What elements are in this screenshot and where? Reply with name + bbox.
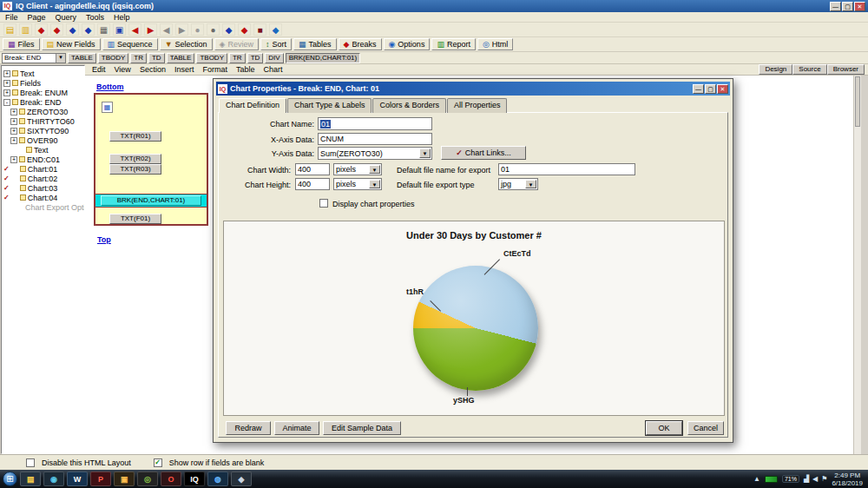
taskbar-app-icon[interactable]: IQ [184,472,205,486]
taskbar-app-icon[interactable]: ▤ [20,472,41,486]
taskbar-app-icon[interactable]: P [90,472,111,486]
dialog-tab[interactable]: All Properties [447,98,508,113]
toolbar-icon[interactable]: ● [191,23,204,36]
toolbar-action-button[interactable]: ↕ Sort [260,38,292,50]
tree-item[interactable]: ✓ Chart:01 [2,164,84,174]
txt-f01-button[interactable]: TXT(F01) [109,214,161,224]
bottom-link[interactable]: Bottom [96,82,124,91]
chart-width-input[interactable]: 400 [295,163,330,175]
toolbar-action-button[interactable]: ◆ Breaks [339,38,382,50]
tree-expander-icon[interactable]: + [10,156,17,163]
animate-button[interactable]: Animate [274,421,319,435]
show-row-checkbox[interactable]: ✓ [154,458,162,467]
chevron-down-icon[interactable]: ▼ [369,180,380,188]
dialog-tab[interactable]: Colors & Borders [372,98,446,113]
dialog-close-icon[interactable]: ✕ [717,84,728,94]
top-link[interactable]: Top [97,235,111,244]
ok-button[interactable]: OK [646,421,682,435]
tree-item[interactable]: ✓ Chart:04 [2,193,84,202]
dialog-minimize-icon[interactable]: — [693,84,704,94]
toolbar-icon[interactable]: ◆ [222,23,235,36]
toolbar-action-button[interactable]: ▥ Report [431,38,476,50]
battery-icon[interactable] [765,476,778,483]
tree-item[interactable]: + SIXTYTO90 [2,126,84,135]
vertical-scrollbar[interactable] [853,76,861,454]
chevron-down-icon[interactable]: ▼ [369,165,380,174]
menu-item[interactable]: Page [28,13,46,22]
edit-menu-item[interactable]: Section [140,65,166,74]
view-mode-button[interactable]: Source [792,64,826,75]
tree-item[interactable]: + Fields [2,78,84,88]
tree-expander-icon[interactable]: - [3,99,10,106]
tag-button[interactable]: TD [247,53,264,63]
toolbar-icon[interactable]: ● [207,23,220,36]
tree-item[interactable]: ✓ Chart:03 [2,183,84,193]
cancel-button[interactable]: Cancel [687,421,724,435]
display-props-checkbox[interactable] [319,199,328,208]
toolbar-icon[interactable]: ◆ [50,23,63,36]
x-axis-input[interactable]: CNUM [318,133,432,145]
width-units-select[interactable]: pixels ▼ [333,163,382,175]
tag-button[interactable]: TD [148,53,165,63]
taskbar-app-icon[interactable]: ▣ [114,472,135,486]
toolbar-action-button[interactable]: ◎ Html [477,38,513,50]
toolbar-icon[interactable]: ▶ [175,23,188,36]
taskbar-app-icon[interactable]: ◎ [137,472,158,486]
tree-expander-icon[interactable]: + [3,70,10,77]
scrollbar-thumb[interactable] [855,76,860,127]
tree-item[interactable]: Text [2,145,84,155]
toolbar-action-button[interactable]: ◈ Review [214,38,259,50]
tree-item[interactable]: + ZEROTO30 [2,107,84,116]
tree-item[interactable]: + END:C01 [2,155,84,164]
dialog-tab[interactable]: Chart Type & Labels [287,98,372,113]
start-button[interactable]: ⊞ [3,472,17,486]
tree-item[interactable]: + OVER90 [2,135,84,145]
clock[interactable]: 2:49 PM 6/18/2019 [832,472,863,487]
toolbar-icon[interactable]: ▥ [19,23,32,36]
toolbar-icon[interactable]: ◆ [269,23,282,36]
chart-height-input[interactable]: 400 [295,178,330,190]
toolbar-icon[interactable]: ▶ [144,23,157,36]
disable-html-checkbox[interactable] [26,458,35,467]
minimize-icon[interactable]: — [830,2,841,11]
toolbar-icon[interactable]: ■ [253,23,266,36]
tree-expander-icon[interactable]: + [10,128,17,135]
edit-menu-item[interactable]: Table [236,65,255,74]
chevron-down-icon[interactable]: ▼ [525,180,536,188]
tag-button[interactable]: TABLE [68,53,96,63]
tag-button[interactable]: DIV [265,53,283,63]
edit-sample-data-button[interactable]: Edit Sample Data [323,421,401,435]
toolbar-action-button[interactable]: ▤ New Fields [42,38,101,50]
taskbar-app-icon[interactable]: ◆ [231,472,252,486]
export-type-select[interactable]: jpg ▼ [498,178,538,190]
tag-button[interactable]: BRK(END,CHART:01) [286,53,361,63]
chevron-down-icon[interactable]: ▼ [419,148,431,158]
toolbar-action-button[interactable]: ▼ Selection [160,38,213,50]
toolbar-icon[interactable]: ▤ [3,23,16,36]
txt-r01-button[interactable]: TXT(R01) [109,131,161,142]
chevron-down-icon[interactable]: ▼ [56,54,65,63]
tree-item[interactable]: + Break: ENUM [2,88,84,97]
tree-item[interactable]: + Text [2,69,84,78]
txt-r03-button[interactable]: TXT(R03) [109,164,161,175]
toolbar-icon[interactable]: ▦ [97,23,110,36]
edit-menu-item[interactable]: Format [202,65,227,74]
export-name-input[interactable]: 01 [498,163,635,175]
tray-icon[interactable]: ◀ [812,475,818,483]
edit-menu-item[interactable]: Chart [263,65,282,74]
dialog-maximize-icon[interactable]: ▢ [705,84,716,94]
edit-menu-item[interactable]: View [115,65,131,74]
toolbar-action-button[interactable]: ▦ Tables [293,38,337,50]
tree-expander-icon[interactable]: + [3,89,10,96]
tray-icon[interactable]: ⚑ [821,475,827,483]
break-selector[interactable]: Break: END ▼ [2,53,66,63]
toolbar-action-button[interactable]: ▥ Sequence [102,38,158,50]
menu-item[interactable]: File [5,13,18,22]
toolbar-icon[interactable]: ◆ [238,23,251,36]
brk-chart-button[interactable]: BRK(END,CHART:01) [101,195,201,206]
txt-r02-button[interactable]: TXT(R02) [109,154,161,164]
toolbar-icon[interactable]: ◆ [82,23,95,36]
taskbar-app-icon[interactable]: ◉ [43,472,64,486]
toolbar-icon[interactable]: ◆ [35,23,48,36]
dialog-tab[interactable]: Chart Definition [219,98,286,113]
